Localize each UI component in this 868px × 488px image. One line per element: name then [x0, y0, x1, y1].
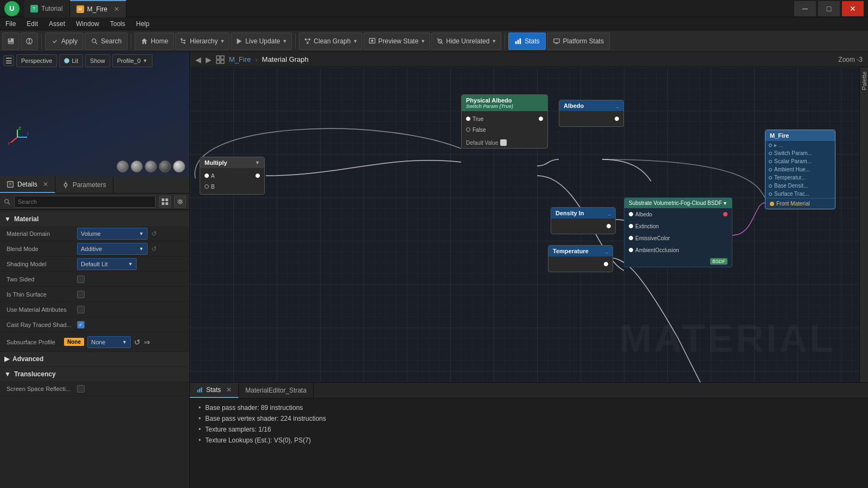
stats-tab-close[interactable]: ✕	[226, 386, 232, 394]
node-multiply-expand[interactable]: ▼	[255, 160, 260, 165]
node-bsdf[interactable]: Substrate Volumetric-Fog-Cloud BSDF ▼ Al…	[624, 197, 732, 267]
mfire-item-2: Switch Param...	[765, 149, 835, 157]
sphere-btn-3[interactable]	[145, 160, 157, 172]
svg-point-4	[29, 39, 30, 41]
material-domain-reset[interactable]: ↺	[150, 229, 158, 238]
toolbar-sep-1	[41, 34, 42, 49]
close-button[interactable]: ✕	[842, 1, 864, 16]
sphere-btn-4[interactable]	[159, 160, 171, 172]
svg-rect-57	[201, 388, 202, 393]
svg-text:Z: Z	[18, 126, 21, 131]
mfire-tab-close[interactable]: ✕	[114, 5, 119, 13]
screen-space-checkbox[interactable]	[77, 385, 85, 393]
hierarchy-icon	[180, 37, 188, 45]
stats-button[interactable]: Stats	[508, 33, 545, 50]
node-physical-albedo-subtitle: Switch Param (True)	[466, 104, 543, 109]
blend-mode-reset[interactable]: ↺	[150, 245, 158, 253]
node-bsdf-expand[interactable]: ▼	[723, 201, 727, 206]
tab-bar: T Tutorial M M_Fire ✕	[24, 0, 126, 17]
stats-tab-strata[interactable]: MaterialEditor_Strata	[239, 383, 314, 398]
tab-parameters[interactable]: Parameters	[55, 177, 113, 193]
cast-ray-checkbox[interactable]	[77, 321, 85, 329]
hierarchy-dropdown[interactable]: Hierarchy ▼	[175, 33, 229, 50]
forward-button[interactable]: ▶	[206, 55, 212, 64]
translucency-section-header[interactable]: ▼ Translucency	[0, 367, 189, 381]
graph-canvas[interactable]: MATERIAL	[190, 67, 868, 382]
subsurface-link-icon[interactable]: ⇒	[144, 338, 150, 346]
subsurface-refresh-icon[interactable]: ↺	[134, 338, 141, 346]
sphere-btn-5[interactable]	[173, 160, 185, 172]
bsdf-badge: BSDF	[710, 258, 727, 265]
node-physical-albedo[interactable]: Physical Albedo Switch Param (True) True…	[461, 94, 548, 149]
node-temperature[interactable]: Temperature _	[548, 245, 613, 272]
live-update-dropdown[interactable]: Live Update ▼	[231, 33, 292, 50]
panel-search-input[interactable]	[14, 196, 156, 208]
viewport-axes: X Y Z	[7, 126, 28, 150]
search-button[interactable]: Search	[85, 33, 127, 50]
save-button[interactable]	[2, 33, 20, 50]
menu-help[interactable]: Help	[131, 17, 155, 30]
node-density-in[interactable]: Density In _	[551, 207, 616, 234]
material-domain-select[interactable]: Volume ▼	[77, 228, 148, 240]
mfire-body: ▸ ... Switch Param... Scalar Param... Am…	[765, 141, 835, 198]
show-button[interactable]: Show	[85, 54, 110, 67]
pin-false-in	[466, 127, 470, 132]
node-albedo[interactable]: Albedo _	[559, 100, 624, 127]
preview-state-dropdown[interactable]: Preview State ▼	[363, 33, 430, 50]
mfire-item-3: Scalar Param...	[765, 157, 835, 165]
node-temperature-expand[interactable]: _	[605, 248, 608, 254]
hide-unrelated-dropdown[interactable]: Hide Unrelated ▼	[431, 33, 501, 50]
bsdf-pin-albedo: Albedo	[624, 208, 732, 220]
node-mfire[interactable]: M_Fire ▸ ... Switch Param... Scalar Para…	[765, 130, 835, 209]
platform-stats-icon	[553, 37, 560, 45]
subsurface-select[interactable]: None ▼	[87, 336, 131, 348]
blend-mode-select[interactable]: Additive ▼	[77, 243, 148, 255]
tab-details[interactable]: Details ✕	[0, 177, 55, 193]
tab-mfire[interactable]: M M_Fire ✕	[70, 0, 126, 17]
settings-button[interactable]	[174, 196, 186, 208]
node-albedo-expand[interactable]: _	[616, 103, 619, 108]
menu-window[interactable]: Window	[71, 17, 105, 30]
home-button[interactable]: Home	[135, 33, 174, 50]
grid-view-button[interactable]	[159, 196, 171, 208]
node-multiply[interactable]: Multiply ▼ A B	[200, 157, 265, 195]
default-value-checkbox[interactable]	[500, 139, 507, 146]
apply-button[interactable]: Apply	[45, 33, 84, 50]
mfire-pin-3	[769, 160, 772, 163]
menu-tools[interactable]: Tools	[105, 17, 131, 30]
palette-tab[interactable]: Palette	[859, 67, 868, 382]
advanced-section-header[interactable]: ▶ Advanced	[0, 352, 189, 366]
node-physical-albedo-footer: Default Value	[462, 137, 547, 148]
minimize-button[interactable]: ─	[794, 1, 816, 16]
details-tab-close[interactable]: ✕	[43, 181, 48, 188]
two-sided-checkbox[interactable]	[77, 275, 85, 283]
stats-tab-stats[interactable]: Stats ✕	[190, 383, 239, 398]
lit-button[interactable]: Lit	[59, 54, 83, 67]
subsurface-row: Subsurface Profile None None ▼ ↺ ⇒	[0, 332, 189, 352]
node-density-in-expand[interactable]: _	[608, 210, 611, 216]
shading-model-select[interactable]: Default Lit ▼	[77, 258, 137, 270]
tab-tutorial[interactable]: T Tutorial	[24, 0, 70, 17]
back-button[interactable]: ◀	[195, 55, 201, 64]
menu-asset[interactable]: Asset	[43, 17, 71, 30]
menu-edit[interactable]: Edit	[21, 17, 43, 30]
material-domain-selected: Volume	[81, 230, 101, 237]
clean-graph-dropdown[interactable]: Clean Graph ▼	[299, 33, 362, 50]
perspective-button[interactable]: Perspective	[16, 54, 57, 67]
stats-icon	[514, 37, 522, 45]
viewport-menu-button[interactable]: ☰	[3, 55, 14, 66]
profile-dropdown[interactable]: Profile_0 ▼	[112, 54, 152, 67]
source-control-button[interactable]	[21, 33, 38, 50]
thin-surface-checkbox[interactable]	[77, 291, 85, 298]
platform-stats-button[interactable]: Platform Stats	[547, 33, 610, 50]
material-section-header[interactable]: ▼ Material	[0, 212, 189, 226]
maximize-button[interactable]: □	[818, 1, 840, 16]
pin-true-out	[539, 117, 543, 121]
live-update-chevron: ▼	[282, 38, 287, 44]
sphere-btn-1[interactable]	[117, 160, 129, 172]
breadcrumb-mfire[interactable]: M_Fire	[229, 55, 251, 63]
menu-file[interactable]: File	[0, 17, 21, 30]
use-material-attrs-checkbox[interactable]	[77, 306, 85, 313]
svg-line-8	[95, 42, 98, 44]
sphere-btn-2[interactable]	[131, 160, 143, 172]
